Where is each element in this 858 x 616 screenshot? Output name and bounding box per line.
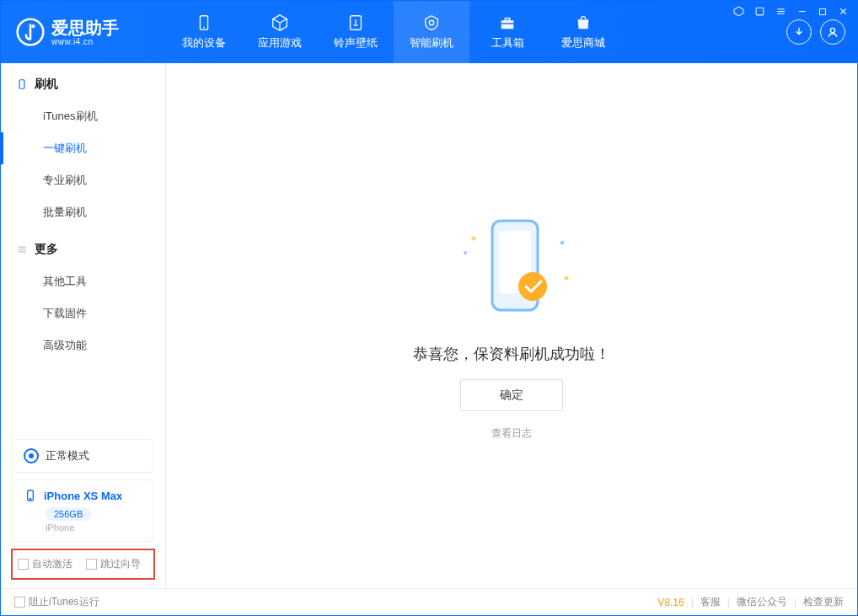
user-icon[interactable] xyxy=(820,19,845,45)
phone-icon xyxy=(16,78,28,90)
app-subtitle: www.i4.cn xyxy=(51,37,119,46)
header: 爱思助手 www.i4.cn 我的设备 应用游戏 铃声壁纸 智能刷机 xyxy=(1,1,857,63)
svg-point-25 xyxy=(565,276,569,281)
device-card[interactable]: iPhone XS Max 256GB iPhone xyxy=(13,479,153,542)
svg-point-17 xyxy=(830,28,834,32)
skin-icon[interactable] xyxy=(754,6,765,17)
section-title: 刷机 xyxy=(35,77,58,92)
link-support[interactable]: 客服 xyxy=(700,595,721,609)
checkbox-auto-activate[interactable]: 自动激活 xyxy=(18,557,72,571)
tab-label: 智能刷机 xyxy=(410,35,453,51)
minimize-button[interactable] xyxy=(796,6,807,17)
tab-label: 爱思商城 xyxy=(561,35,605,51)
maximize-button[interactable] xyxy=(818,7,828,17)
success-message: 恭喜您，保资料刷机成功啦！ xyxy=(413,344,610,364)
tab-ringtones-wallpapers[interactable]: 铃声壁纸 xyxy=(318,1,394,63)
success-illustration xyxy=(440,211,583,329)
main-content: 恭喜您，保资料刷机成功啦！ 确定 查看日志 xyxy=(166,63,857,588)
device-capacity: 256GB xyxy=(46,507,91,521)
sidebar-section-more: 更多 xyxy=(1,228,165,265)
window-controls xyxy=(733,6,849,17)
app-title: 爱思助手 xyxy=(51,19,119,37)
link-wechat[interactable]: 微信公众号 xyxy=(737,595,787,609)
svg-point-28 xyxy=(518,272,547,301)
sidebar-item-advanced[interactable]: 高级功能 xyxy=(1,329,165,362)
checkbox-skip-guide[interactable]: 跳过向导 xyxy=(86,557,141,571)
tab-store[interactable]: 爱思商城 xyxy=(545,1,621,63)
svg-point-12 xyxy=(203,27,205,29)
tab-smart-flash[interactable]: 智能刷机 xyxy=(394,1,469,63)
svg-rect-18 xyxy=(19,80,24,89)
sidebar-item-other-tools[interactable]: 其他工具 xyxy=(1,265,165,297)
status-bar: 阻止iTunes运行 V8.16 | 客服 | 微信公众号 | 检查更新 xyxy=(1,588,857,615)
logo-icon xyxy=(16,18,45,46)
svg-point-24 xyxy=(464,251,467,254)
menu-icon[interactable] xyxy=(775,6,786,17)
svg-rect-6 xyxy=(820,8,826,14)
sidebar-item-pro-flash[interactable]: 专业刷机 xyxy=(1,164,165,196)
tab-my-device[interactable]: 我的设备 xyxy=(166,1,242,63)
nav-tabs: 我的设备 应用游戏 铃声壁纸 智能刷机 工具箱 爱思商城 xyxy=(166,1,621,63)
tab-label: 工具箱 xyxy=(491,35,524,51)
device-name: iPhone XS Max xyxy=(44,490,122,502)
list-icon xyxy=(16,244,28,255)
logo-area: 爱思助手 www.i4.cn xyxy=(1,1,166,63)
svg-rect-14 xyxy=(501,20,514,29)
sidebar-section-flash: 刷机 xyxy=(1,63,165,100)
close-button[interactable] xyxy=(838,6,849,17)
app-window: 爱思助手 www.i4.cn 我的设备 应用游戏 铃声壁纸 智能刷机 xyxy=(0,0,858,616)
svg-point-10 xyxy=(31,24,35,28)
settings-icon[interactable] xyxy=(733,6,744,17)
tab-toolbox[interactable]: 工具箱 xyxy=(469,1,545,63)
tab-label: 应用游戏 xyxy=(258,35,302,51)
view-log-link[interactable]: 查看日志 xyxy=(491,426,532,441)
link-check-update[interactable]: 检查更新 xyxy=(803,595,844,609)
download-icon[interactable] xyxy=(786,19,812,45)
body-area: 刷机 iTunes刷机 一键刷机 专业刷机 批量刷机 更多 其他工具 下载固件 … xyxy=(1,63,857,588)
section-title: 更多 xyxy=(35,242,58,257)
checkbox-row-highlighted: 自动激活 跳过向导 xyxy=(11,549,155,580)
svg-point-23 xyxy=(29,498,30,499)
tab-label: 铃声壁纸 xyxy=(334,35,378,51)
ok-button[interactable]: 确定 xyxy=(460,379,563,411)
sidebar-item-download-firmware[interactable]: 下载固件 xyxy=(1,297,165,329)
checkbox-block-itunes[interactable]: 阻止iTunes运行 xyxy=(14,595,99,609)
svg-rect-15 xyxy=(505,19,510,21)
tab-label: 我的设备 xyxy=(182,35,226,51)
sidebar: 刷机 iTunes刷机 一键刷机 专业刷机 批量刷机 更多 其他工具 下载固件 … xyxy=(1,63,166,588)
svg-marker-0 xyxy=(734,7,743,16)
device-type: iPhone xyxy=(46,522,142,533)
sidebar-item-itunes-flash[interactable]: iTunes刷机 xyxy=(1,100,165,132)
device-phone-icon xyxy=(24,489,37,502)
mode-icon xyxy=(24,448,39,463)
mode-card[interactable]: 正常模式 xyxy=(13,439,153,473)
sidebar-item-oneclick-flash[interactable]: 一键刷机 xyxy=(1,132,165,164)
version-label: V8.16 xyxy=(657,597,684,608)
sidebar-item-batch-flash[interactable]: 批量刷机 xyxy=(1,196,165,228)
mode-label: 正常模式 xyxy=(46,448,89,463)
tab-apps-games[interactable]: 应用游戏 xyxy=(242,1,318,63)
svg-rect-1 xyxy=(756,8,764,15)
sidebar-bottom: 正常模式 iPhone XS Max 256GB iPhone 自动激活 跳过向… xyxy=(1,432,165,588)
